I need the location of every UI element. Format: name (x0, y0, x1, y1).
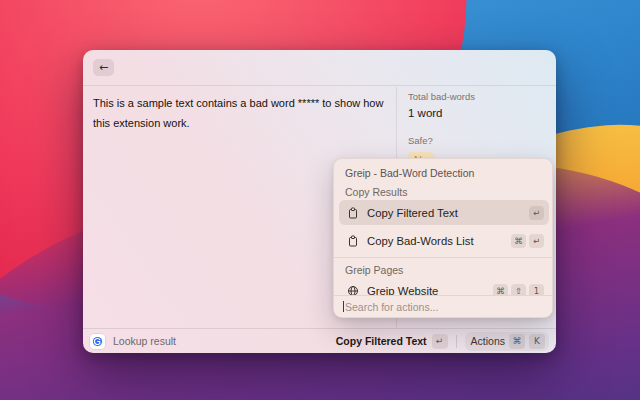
menu-item-copy-bad-words-list[interactable]: Copy Bad-Words List ⌘ ↵ (339, 228, 549, 253)
status-bar: Lookup result Copy Filtered Text ↵ Actio… (83, 328, 556, 353)
search-placeholder: Search for actions... (345, 301, 438, 313)
section-copy-results: Copy Results (345, 186, 407, 198)
enter-key-badge: ↵ (529, 234, 544, 248)
primary-action-button[interactable]: Copy Filtered Text (336, 335, 427, 347)
bottom-bar-actions: Copy Filtered Text ↵ Actions ⌘ K (336, 332, 549, 351)
bar-separator (456, 335, 457, 348)
result-text: This is a sample text contains a bad wor… (93, 93, 391, 133)
enter-key-badge: ↵ (529, 206, 544, 220)
menu-section-divider (334, 257, 552, 258)
cmd-key-badge: ⌘ (511, 234, 526, 248)
back-button[interactable]: ← (93, 59, 114, 76)
actions-menu-title: Greip - Bad-Word Detection (345, 167, 474, 179)
greip-logo-icon (90, 334, 105, 349)
clipboard-icon (347, 207, 359, 219)
status-text: Lookup result (113, 335, 176, 347)
safe-label: Safe? (408, 135, 556, 146)
menu-item-copy-filtered-text[interactable]: Copy Filtered Text ↵ (339, 200, 549, 225)
total-badwords-label: Total bad-words (408, 91, 556, 102)
window-header: ← (83, 50, 556, 86)
enter-key-badge: ↵ (432, 334, 448, 349)
actions-menu: Greip - Bad-Word Detection Copy Results … (333, 158, 553, 318)
text-cursor (343, 301, 344, 312)
detail-panel: Total bad-words 1 word Safe? No (408, 87, 556, 169)
actions-button[interactable]: Actions ⌘ K (465, 332, 549, 351)
k-key-badge: K (529, 334, 545, 349)
cmd-key-badge: ⌘ (509, 334, 525, 349)
section-greip-pages: Greip Pages (345, 264, 403, 276)
menu-item-label: Copy Filtered Text (367, 207, 526, 219)
clipboard-icon (347, 235, 359, 247)
menu-item-label: Copy Bad-Words List (367, 235, 508, 247)
actions-search-field[interactable]: Search for actions... (334, 295, 552, 317)
extension-window: ← This is a sample text contains a bad w… (83, 50, 556, 353)
back-arrow-icon: ← (99, 62, 108, 73)
actions-label: Actions (471, 335, 505, 347)
total-badwords-value: 1 word (408, 107, 556, 119)
